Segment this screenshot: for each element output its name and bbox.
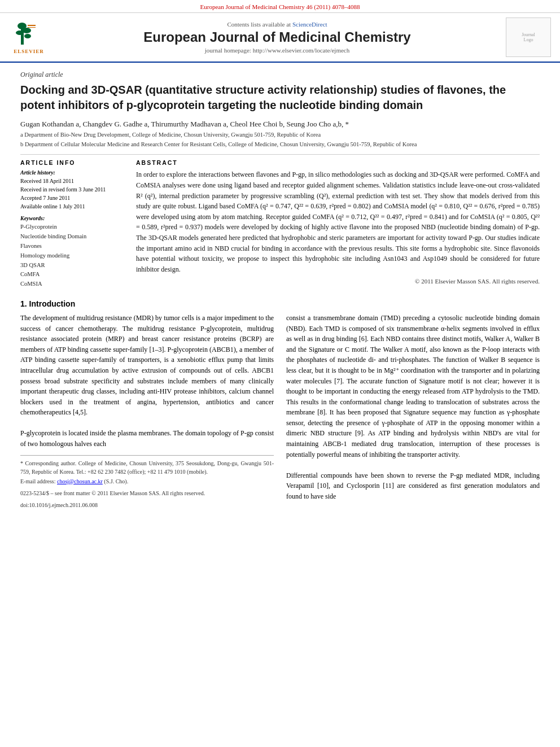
intro-left-text: The development of multidrug resistance … [20,313,274,418]
svg-rect-6 [28,27,36,28]
abstract-col: ABSTRACT In order to explore the interac… [136,159,540,289]
intro-section: 1. Introduction The development of multi… [20,299,540,509]
authors-text: Gugan Kothandan a, Changdev G. Gadhe a, … [20,120,349,128]
keywords-label: Keywords: [20,215,125,221]
article-info-heading: ARTICLE INFO [20,159,125,166]
keyword-6: CoMFA [20,270,125,279]
elsevier-logo: ELSEVIER [9,20,49,54]
footnote-email: E-mail address: chosj@chosun.ac.kr (S.J.… [20,477,274,486]
article-history-block: Article history: Received 18 April 2011 … [20,169,125,211]
copyright-line: © 2011 Elsevier Masson SAS. All rights r… [136,278,540,285]
received-date: Received 18 April 2011 [20,177,125,185]
contents-line: Contents lists available at ScienceDirec… [54,21,500,28]
keyword-2: Nucleotide binding Domain [20,232,125,242]
keyword-5: 3D QSAR [20,261,125,270]
footnote-corresponding: * Corresponding author. College of Medic… [20,459,274,476]
intro-body: The development of multidrug resistance … [20,313,540,509]
journal-homepage: journal homepage: http://www.elsevier.co… [54,47,500,54]
keyword-3: Flavones [20,242,125,251]
history-label: Article history: [20,169,125,176]
elsevier-tree-icon [15,20,42,47]
article-info-col: ARTICLE INFO Article history: Received 1… [20,159,125,289]
journal-title: European Journal of Medicinal Chemistry [54,29,500,45]
affiliations: a Department of Bio-New Drug Development… [20,131,540,148]
keyword-7: CoMSIA [20,279,125,289]
intro-left-text-2: P-glycoprotein is located inside the pla… [20,428,274,449]
sciencedirect-link[interactable]: ScienceDirect [292,21,327,28]
intro-heading: 1. Introduction [20,299,540,308]
article-type: Original article [20,71,540,79]
contents-label: Contents lists available at [227,21,291,28]
abstract-text: In order to explore the interactions bet… [136,169,540,274]
elsevier-brand-text: ELSEVIER [14,49,44,54]
intro-right-text-2: Differential compounds have been shown t… [286,470,540,502]
footnote-area: * Corresponding author. College of Medic… [20,455,274,509]
intro-right-text: consist a transmembrane domain (TMD) pre… [286,313,540,460]
keywords-block: Keywords: P-Glycoprotein Nucleotide bind… [20,215,125,289]
intro-number: 1. [20,299,27,308]
banner-text: European Journal of Medicinal Chemistry … [200,3,360,10]
keyword-1: P-Glycoprotein [20,222,125,232]
abstract-heading: ABSTRACT [136,159,540,166]
affiliation-b: b Department of Cellular Molecular Medic… [20,141,540,149]
intro-left-col: The development of multidrug resistance … [20,313,274,509]
intro-title: Introduction [29,299,76,308]
affiliation-a: a Department of Bio-New Drug Development… [20,131,540,139]
paper-body: Original article Docking and 3D-QSAR (qu… [0,63,560,521]
article-info-abstract: ARTICLE INFO Article history: Received 1… [20,154,540,289]
journal-header-center: Contents lists available at ScienceDirec… [54,21,500,54]
svg-point-4 [24,34,31,38]
svg-rect-5 [28,25,36,26]
issn-line: 0223-5234/$ – see front matter © 2011 El… [20,489,274,497]
available-date: Available online 1 July 2011 [20,202,125,211]
keyword-4: Homology modeling [20,251,125,261]
accepted-date: Accepted 7 June 2011 [20,194,125,202]
journal-logo-right: JournalLogo [506,18,551,57]
received-revised: Received in revised form 3 June 2011 [20,185,125,194]
journal-header: ELSEVIER Contents lists available at Sci… [0,13,560,63]
svg-point-3 [16,30,24,35]
paper-title: Docking and 3D-QSAR (quantitative struct… [20,82,540,113]
email-link[interactable]: chosj@chosun.ac.kr [57,478,103,484]
authors: Gugan Kothandan a, Changdev G. Gadhe a, … [20,120,540,129]
intro-right-col: consist a transmembrane domain (TMD) pre… [286,313,540,509]
doi-line: doi:10.1016/j.ejmech.2011.06.008 [20,501,274,509]
top-banner: European Journal of Medicinal Chemistry … [0,0,560,13]
